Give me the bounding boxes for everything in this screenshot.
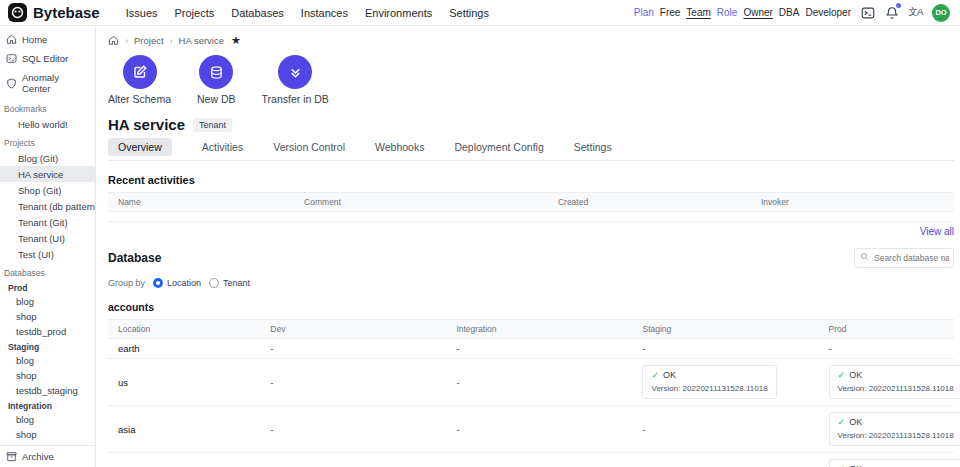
nav-issues[interactable]: Issues [126, 7, 158, 19]
shield-icon [6, 78, 17, 89]
topbar-right: Plan Free Team Role Owner DBA Developer … [634, 4, 950, 22]
sidebar-db-item[interactable]: shop [0, 309, 95, 324]
role-owner-link[interactable]: Owner [743, 7, 772, 18]
sidebar-bookmark-hello-world[interactable]: Hello world! [0, 116, 95, 132]
sidebar-section-bookmarks: Bookmarks [0, 98, 95, 116]
table-header-row: Name Comment Created Invoker [108, 193, 954, 212]
bookmark-star-icon[interactable]: ★ [231, 34, 241, 47]
sidebar-item-label: Anomaly Center [22, 72, 89, 94]
action-label: New DB [197, 93, 236, 105]
sidebar-db-item[interactable]: blog [0, 412, 95, 427]
alter-schema-button[interactable]: Alter Schema [108, 55, 171, 105]
recent-activities-title: Recent activities [108, 174, 954, 186]
sidebar-project-ha-service[interactable]: HA service [0, 166, 95, 182]
home-icon[interactable] [108, 35, 119, 46]
column-header: Location [108, 320, 260, 339]
sidebar-db-item[interactable]: testdb_staging [0, 383, 95, 398]
tab-activities[interactable]: Activities [202, 141, 243, 153]
database-matrix-table: Location Dev Integration Staging Prod ea… [108, 319, 954, 467]
nav-projects[interactable]: Projects [175, 7, 215, 19]
sidebar-section-databases: Databases [0, 262, 95, 280]
plan-team-link[interactable]: Team [686, 7, 710, 18]
column-header: Dev [260, 320, 446, 339]
sidebar-item-sql-editor[interactable]: SQL Editor [0, 49, 95, 68]
group-by-tenant-radio[interactable]: Tenant [209, 278, 250, 288]
new-db-button[interactable]: New DB [197, 55, 236, 105]
location-cell: us [108, 359, 260, 406]
nav-instances[interactable]: Instances [301, 7, 348, 19]
location-cell: earth [108, 339, 260, 359]
sidebar-item-anomaly-center[interactable]: Anomaly Center [0, 68, 95, 98]
tab-overview[interactable]: Overview [108, 138, 172, 156]
tenant-badge: Tenant [193, 118, 232, 132]
breadcrumb-current[interactable]: HA service [179, 35, 224, 46]
column-header: Prod [819, 320, 954, 339]
env-group-integration: Integration [0, 398, 95, 412]
column-header: Name [108, 193, 294, 212]
sidebar-project-blog-git[interactable]: Blog (Git) [0, 150, 95, 166]
breadcrumb-separator: › [170, 36, 173, 46]
home-icon [6, 34, 17, 45]
sidebar-project-shop-git[interactable]: Shop (Git) [0, 182, 95, 198]
avatar[interactable]: DO [932, 4, 950, 22]
sidebar-project-tenant-ui[interactable]: Tenant (UI) [0, 230, 95, 246]
table-row: us - - ✓OK Version: 20220211131528.11018… [108, 359, 954, 406]
app-body: Home SQL Editor Anomaly Center Bookmarks… [0, 26, 960, 467]
breadcrumb-project[interactable]: Project [134, 35, 164, 46]
sidebar-project-tenant-git[interactable]: Tenant (Git) [0, 214, 95, 230]
topbar: Bytebase Issues Projects Databases Insta… [0, 0, 960, 26]
tab-webhooks[interactable]: Webhooks [375, 141, 424, 153]
tab-settings[interactable]: Settings [574, 141, 612, 153]
translate-icon[interactable]: 文A [908, 5, 923, 20]
env-cell-integration: - [446, 406, 632, 453]
tab-version-control[interactable]: Version Control [273, 141, 345, 153]
env-cell-staging: - [632, 406, 818, 453]
radio-unselected-icon [209, 278, 219, 288]
bell-icon[interactable] [884, 5, 899, 20]
table-row: asia - - - ✓OK Version: 20220211131528.1… [108, 406, 954, 453]
table-header-row: Location Dev Integration Staging Prod [108, 320, 954, 339]
plan-role-meta: Plan Free Team Role Owner DBA Developer [634, 7, 851, 18]
sidebar-item-archive[interactable]: Archive [0, 445, 95, 467]
nav-environments[interactable]: Environments [365, 7, 432, 19]
db-status-card[interactable]: ✓OK Version: 20220211131528.11018 [642, 365, 776, 399]
env-group-prod: Prod [0, 280, 95, 294]
sidebar-db-item[interactable]: blog [0, 353, 95, 368]
sidebar-db-item[interactable]: testdb_prod [0, 324, 95, 339]
transfer-in-db-button[interactable]: Transfer in DB [262, 55, 329, 105]
search-database-input[interactable] [854, 248, 954, 268]
db-status-card[interactable]: ✓OK Version: 20220211131528.11018 [829, 459, 960, 467]
radio-label: Location [167, 278, 201, 288]
status-badge: OK [849, 417, 862, 427]
quick-actions: Alter Schema New DB Transfer in DB [108, 55, 954, 105]
nav-databases[interactable]: Databases [231, 7, 284, 19]
sidebar-db-item[interactable]: shop [0, 427, 95, 442]
env-cell-prod: ✓OK Version: 20220211131528.11018 [819, 406, 954, 453]
tab-deployment-config[interactable]: Deployment Config [454, 141, 543, 153]
nav-settings[interactable]: Settings [449, 7, 489, 19]
search-icon [860, 252, 869, 261]
terminal-icon[interactable] [860, 5, 875, 20]
action-label: Transfer in DB [262, 93, 329, 105]
sidebar-item-label: SQL Editor [22, 53, 68, 64]
group-by-controls: Group by Location Tenant [108, 278, 954, 288]
sidebar-db-item[interactable]: shop [0, 368, 95, 383]
sidebar-item-label: Home [22, 34, 47, 45]
column-header: Staging [632, 320, 818, 339]
double-chevron-down-icon [278, 55, 312, 89]
terminal-icon [6, 53, 17, 64]
column-header: Integration [446, 320, 632, 339]
sidebar-db-item[interactable]: blog [0, 294, 95, 309]
status-badge: OK [849, 370, 862, 380]
env-cell-staging: ✓OK Version: 20220211131528.11018 [632, 359, 818, 406]
db-status-card[interactable]: ✓OK Version: 20220211131528.11018 [829, 365, 960, 399]
edit-icon [123, 55, 157, 89]
group-by-location-radio[interactable]: Location [153, 278, 201, 288]
db-status-card[interactable]: ✓OK Version: 20220211131528.11018 [829, 412, 960, 446]
database-icon [199, 55, 233, 89]
view-all-link[interactable]: View all [108, 226, 954, 237]
sidebar-project-tenant-db-pattern[interactable]: Tenant (db pattern) [0, 198, 95, 214]
sidebar-item-home[interactable]: Home [0, 30, 95, 49]
sidebar-project-test-ui[interactable]: Test (UI) [0, 246, 95, 262]
brand[interactable]: Bytebase [8, 3, 100, 22]
